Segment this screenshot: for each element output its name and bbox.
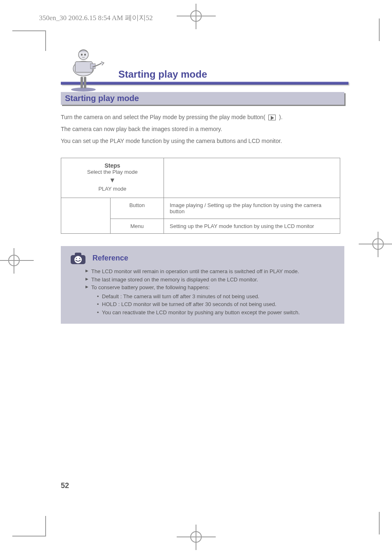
crop-corner — [379, 512, 380, 534]
reference-title: Reference — [92, 254, 128, 262]
crop-corner — [12, 30, 45, 31]
play-mode-icon — [268, 115, 276, 120]
cameraman-illustration — [61, 47, 114, 92]
registration-mark — [190, 10, 202, 22]
ref-subitem-3: You can reactivate the LCD monitor by pu… — [97, 309, 335, 317]
step-cell-1: Select the Play mode — [67, 169, 158, 175]
steps-label: Steps — [67, 162, 158, 169]
ref-subitem-2: HOLD : LCD monitor will be turned off af… — [97, 300, 335, 309]
intro-line-1: Turn the camera on and select the Play m… — [61, 113, 348, 122]
section-heading: Starting play mode — [61, 92, 344, 105]
registration-mark — [190, 531, 202, 543]
step-cell-2: PLAY mode — [67, 186, 158, 192]
table-cell-menu-desc: Setting up the PLAY mode function by usi… — [164, 219, 340, 234]
chapter-title: Starting play mode — [118, 69, 348, 80]
svg-point-11 — [74, 256, 82, 263]
ref-item-2: The last image stored on the memory is d… — [85, 276, 335, 284]
registration-mark — [8, 255, 20, 266]
steps-table: Steps Select the Play mode ▼ PLAY mode B… — [61, 158, 340, 234]
table-cell-button: Button — [111, 198, 164, 219]
svg-rect-10 — [75, 253, 81, 256]
intro-text-1a: Turn the camera on and select the Play m… — [61, 114, 267, 120]
table-cell-menu: Menu — [111, 219, 164, 234]
svg-point-0 — [71, 88, 96, 92]
ref-item-1: The LCD monitor will remain in operation… — [85, 267, 335, 276]
svg-rect-2 — [84, 77, 86, 88]
intro-text-1b: ). — [277, 114, 282, 120]
svg-point-7 — [81, 54, 83, 56]
svg-point-12 — [76, 258, 77, 259]
arrow-down-icon: ▼ — [67, 177, 158, 184]
intro-line-2: The camera can now play back the images … — [61, 125, 348, 134]
crop-corner — [379, 18, 380, 41]
svg-rect-4 — [75, 62, 92, 72]
intro-line-3: You can set up the PLAY mode function by… — [61, 137, 348, 145]
svg-rect-1 — [81, 77, 83, 88]
registration-mark — [372, 238, 384, 250]
table-cell-button-desc: Image playing / Setting up the play func… — [164, 198, 340, 219]
page-number: 52 — [61, 481, 69, 490]
svg-point-8 — [84, 54, 86, 56]
crop-corner — [12, 536, 45, 537]
svg-point-13 — [79, 258, 81, 259]
reference-box: Reference The LCD monitor will remain in… — [61, 246, 344, 324]
file-header: 350en_30 2002.6.15 8:54 AM 페이지52 — [39, 13, 153, 23]
ref-item-3: To conserve battery power, the following… — [85, 283, 335, 316]
ref-subitem-1: Default : The camera will turn off after… — [97, 292, 335, 301]
camera-smile-icon — [70, 252, 86, 265]
